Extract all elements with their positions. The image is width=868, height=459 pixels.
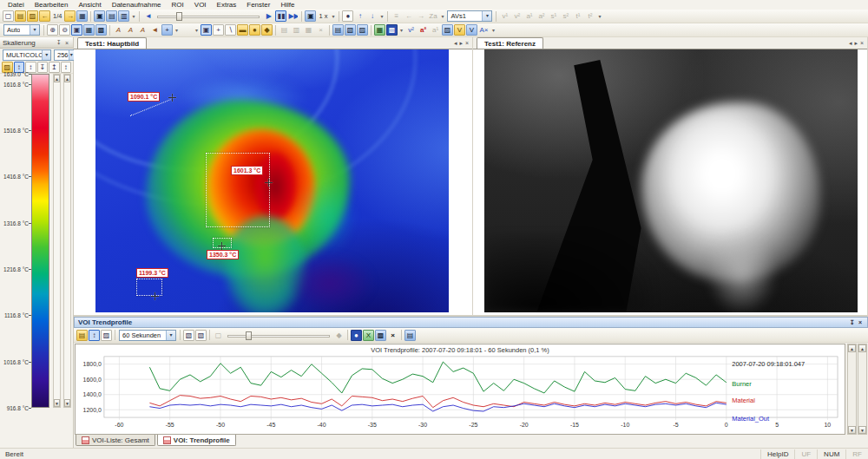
voi-pin-icon[interactable]: ↧ <box>848 319 857 326</box>
menu-extras[interactable]: Extras <box>212 1 242 9</box>
voi-tab-voi-trendprofile[interactable]: VOI: Trendprofile <box>157 435 236 446</box>
menu-datenaufnahme[interactable]: Datenaufnahme <box>107 1 167 9</box>
voi-ref-icon[interactable]: a¹ <box>430 24 441 36</box>
roi-paste-icon[interactable]: ▥ <box>291 24 302 36</box>
prev-tab-icon[interactable]: ◂ <box>849 40 852 47</box>
close-tab-icon[interactable]: × <box>465 40 469 47</box>
calc-t1-icon[interactable]: t¹ <box>572 10 583 22</box>
scale-mode-combo-caret[interactable]: ▾ <box>30 25 39 35</box>
roi-line-icon[interactable]: ∖ <box>225 24 236 36</box>
new-icon[interactable]: ▢ <box>3 10 14 22</box>
roi-rect-icon[interactable]: ▬ <box>237 24 248 36</box>
open-file-icon[interactable]: ▨ <box>27 10 38 22</box>
calc-dropdown[interactable]: ▾ <box>596 13 602 19</box>
palette-combo[interactable]: MULTICOLOR ▾ <box>3 49 51 61</box>
tab-hauptbild[interactable]: Test1: Hauptbild <box>77 37 147 49</box>
window-image-icon[interactable]: ▦ <box>83 24 95 36</box>
scale-min-up-icon[interactable]: ▲ <box>64 75 70 82</box>
export-dropdown[interactable]: ▾ <box>130 13 136 19</box>
calc-a1-icon[interactable]: a¹ <box>523 10 535 22</box>
voi-delete-icon[interactable]: A× <box>478 24 490 36</box>
save-icon[interactable]: ▦ <box>76 10 88 22</box>
tab-referenz[interactable]: Test1: Referenz <box>477 37 543 49</box>
copy-icon[interactable]: ▣ <box>94 10 105 22</box>
calc-a2-icon[interactable]: a² <box>536 10 547 22</box>
speaker-icon[interactable]: ◄ <box>142 10 154 22</box>
mirror-h-icon[interactable]: A <box>137 24 148 36</box>
voi-close-icon[interactable]: × <box>857 319 864 325</box>
menu-datei[interactable]: Datei <box>3 1 30 9</box>
calc-s1-icon[interactable]: s¹ <box>548 10 559 22</box>
speed-dropdown[interactable]: ▾ <box>330 13 336 19</box>
roi-tool-dropdown[interactable]: ▾ <box>194 27 200 33</box>
print-trend-icon[interactable]: ▤ <box>404 330 416 341</box>
measurement-cross-icon[interactable] <box>218 242 226 250</box>
roi-polygon-icon[interactable]: ◆ <box>261 24 273 36</box>
mirror-v-icon[interactable]: ◄ <box>149 24 161 36</box>
rotate-left-icon[interactable]: A <box>113 24 124 36</box>
trend-scrollbar-1[interactable]: ▲ ▼ <box>847 344 857 435</box>
scale-max-up-icon[interactable]: ▲ <box>54 75 60 82</box>
voi-autoscale-icon[interactable]: ↕ <box>89 330 100 341</box>
interval-combo[interactable]: 60 Sekunden▾ <box>119 330 176 341</box>
voi-list-icon[interactable]: V <box>454 24 465 36</box>
scale-max-down-icon[interactable]: ▼ <box>54 399 60 407</box>
reference-image[interactable] <box>484 49 858 312</box>
stop-icon[interactable]: ▣ <box>305 10 316 22</box>
close-tab-icon[interactable]: × <box>860 40 864 47</box>
last-frame-icon[interactable]: ↓ <box>366 10 378 22</box>
voi-scale-icon[interactable]: ▨ <box>101 330 112 341</box>
avs-combo[interactable]: AVs1▾ <box>447 10 492 22</box>
prev-tab-icon[interactable]: ◂ <box>454 40 457 47</box>
voi-dropdown[interactable]: ▾ <box>490 27 496 33</box>
histogram-icon[interactable]: ▦ <box>374 24 385 36</box>
trend-zoom-slider[interactable] <box>227 331 330 340</box>
calc-s2-icon[interactable]: s² <box>560 10 571 22</box>
export-image-icon[interactable]: ▤ <box>106 10 117 22</box>
trend-visible-icon[interactable]: ● <box>351 330 362 341</box>
timeline-slider[interactable] <box>157 11 260 21</box>
zero-dropdown[interactable]: ▾ <box>439 13 445 19</box>
scale-max-icon[interactable]: ↥ <box>49 62 60 73</box>
interval-combo-caret[interactable]: ▾ <box>166 331 175 340</box>
next-tab-icon[interactable]: ▸ <box>459 40 463 47</box>
levels-combo[interactable]: 256 ▾ <box>54 49 75 61</box>
measurement-cross-icon[interactable] <box>151 292 159 300</box>
color-scale-bar[interactable] <box>31 74 49 408</box>
scale-full-icon[interactable]: ↕ <box>61 62 72 73</box>
clear-trend-icon[interactable]: × <box>387 330 398 341</box>
temperature-label[interactable]: 1601.3 °C <box>231 166 263 175</box>
menu-roi[interactable]: ROI <box>167 1 189 9</box>
menu-fenster[interactable]: Fenster <box>241 1 275 9</box>
scroll-up-icon[interactable]: ▲ <box>848 344 856 352</box>
thermal-image[interactable]: 1090.1 °C1601.3 °C1350.3 °C1199.3 °C <box>95 49 449 312</box>
dock-close-icon[interactable]: × <box>63 40 70 46</box>
next-event-icon[interactable]: → <box>415 10 426 22</box>
roi-select-icon[interactable]: ▣ <box>201 24 212 36</box>
pan-icon[interactable]: + <box>161 24 173 36</box>
profile-dropdown[interactable]: ▾ <box>398 27 404 33</box>
pause-icon[interactable]: ▮▮ <box>275 10 286 22</box>
calc-t2-icon[interactable]: t² <box>584 10 595 22</box>
record-icon[interactable]: ● <box>342 10 353 22</box>
voi-trend-icon[interactable]: V <box>466 24 477 36</box>
scale-min-down-icon[interactable]: ▼ <box>64 399 70 407</box>
menu-hilfe[interactable]: Hilfe <box>275 1 299 9</box>
roi-copy-icon[interactable]: ▤ <box>279 24 290 36</box>
trend-cursor-icon[interactable]: ◆ <box>333 330 345 341</box>
avs-combo-caret[interactable]: ▾ <box>482 11 491 21</box>
measurement-cross-icon[interactable] <box>265 179 273 187</box>
voi-formula-icon[interactable]: a² <box>418 24 429 36</box>
open-report-icon[interactable]: ▤ <box>15 10 26 22</box>
first-frame-icon[interactable]: ↑ <box>354 10 365 22</box>
zoom-fit-icon[interactable]: ▣ <box>71 24 82 36</box>
zoom-in-icon[interactable]: ⊕ <box>47 24 58 36</box>
trend-chart-plot[interactable]: -60-55-50-45-40-35-30-25-20-15-10-505101… <box>76 355 845 434</box>
menu-bearbeiten[interactable]: Bearbeiten <box>30 1 74 9</box>
voi-edit-icon[interactable]: ▨ <box>442 24 453 36</box>
profile-icon[interactable]: ▩ <box>386 24 398 36</box>
roi-delete-icon[interactable]: × <box>315 24 326 36</box>
roi-save-icon[interactable]: ▨ <box>357 24 368 36</box>
prev-event-icon[interactable]: ← <box>403 10 414 22</box>
fast-forward-icon[interactable]: ▶▶ <box>287 10 299 22</box>
